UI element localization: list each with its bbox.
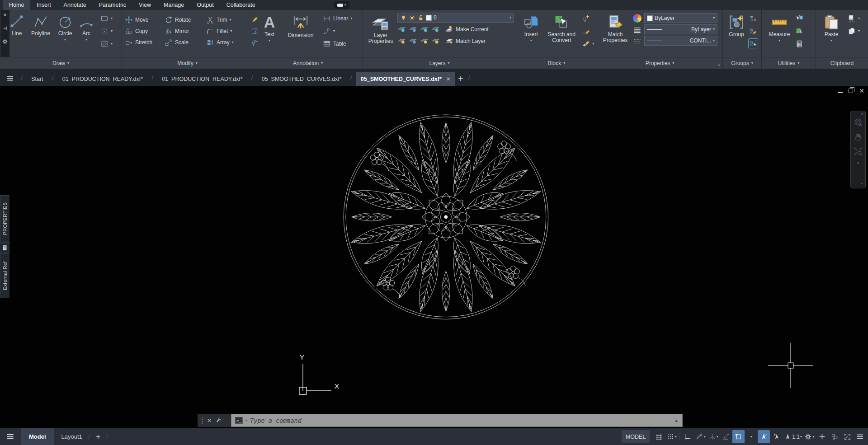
layer-lock-icon[interactable] [431, 25, 440, 33]
array-button[interactable]: Array▾ [205, 37, 250, 48]
customization-button[interactable] [854, 430, 866, 443]
copy-button[interactable]: Copy [124, 26, 164, 37]
pin-icon[interactable] [2, 25, 8, 31]
snap-mode-toggle[interactable]: ▾ [665, 430, 678, 443]
command-input[interactable]: >_ ▾ Type a command ▲ [231, 414, 683, 427]
object-snap-toggle[interactable] [732, 430, 745, 443]
object-color-dropdown[interactable]: ByLayer ▾ [644, 13, 717, 23]
panel-label-draw[interactable]: Draw▾ [0, 57, 122, 69]
linear-dimension-button[interactable]: Linear▾ [322, 13, 353, 24]
drawing-canvas[interactable]: ✕ ✕ ▾ − PROPERTIES External Ref Y X [0, 86, 868, 428]
panel-label-modify[interactable]: Modify▾ [122, 57, 253, 69]
layer-unisolate-icon[interactable] [409, 37, 417, 45]
layout1-tab[interactable]: Layout1 [59, 433, 85, 440]
mirror-button[interactable]: Mirror [164, 26, 205, 37]
leader-button[interactable]: ▾ [322, 26, 353, 37]
menu-tab-home[interactable]: Home [3, 0, 30, 10]
menu-tab-insert[interactable]: Insert [30, 0, 57, 10]
layer-thaw-all-icon[interactable] [420, 37, 429, 45]
navbar-collapse-icon[interactable]: − [860, 181, 863, 186]
polyline-button[interactable]: Polyline [28, 11, 53, 57]
panel-label-groups[interactable]: Groups▾ [723, 57, 761, 69]
circle-button[interactable]: Circle ▾ [54, 11, 76, 57]
zoom-extents-icon[interactable] [853, 146, 863, 156]
ungroup-button[interactable] [748, 13, 758, 24]
workspace-switching-button[interactable]: ▾ [803, 430, 816, 443]
properties-palette-tab[interactable]: PROPERTIES [0, 195, 9, 242]
model-space-button[interactable]: MODEL [622, 430, 650, 443]
rotate-button[interactable]: Rotate [164, 14, 205, 25]
wrench-icon[interactable] [215, 417, 222, 424]
quick-select-button[interactable] [794, 13, 804, 24]
isolate-objects-button[interactable] [829, 430, 841, 443]
file-tab[interactable]: 01_PRODUCTION_READY.dxf* [157, 72, 247, 86]
pan-hand-icon[interactable] [853, 132, 863, 142]
clean-screen-button[interactable] [841, 430, 854, 443]
create-block-button[interactable] [581, 13, 595, 24]
menu-tab-collaborate[interactable]: Collaborate [220, 0, 262, 10]
panel-label-utilities[interactable]: Utilities▾ [762, 57, 816, 69]
autoscale-toggle[interactable] [770, 430, 783, 443]
scale-button[interactable]: Scale [164, 37, 205, 48]
match-properties-button[interactable]: Match Properties [601, 11, 630, 57]
file-tab[interactable]: 05_SMOOTHED_CURVES.dxf* [257, 72, 346, 86]
text-button[interactable]: A Text ▾ [258, 11, 281, 57]
linetype-dropdown[interactable]: CONTI... ▾ [644, 36, 717, 46]
caret-down-icon[interactable]: ▾ [857, 161, 859, 165]
rectangle-button[interactable]: ▾ [99, 13, 113, 24]
edit-block-button[interactable] [581, 26, 595, 37]
group-edit-button[interactable] [748, 26, 758, 37]
object-snap-tracking-toggle[interactable] [720, 430, 732, 443]
command-history-icon[interactable]: ▲ [674, 418, 679, 423]
close-icon[interactable]: ✕ [859, 89, 864, 93]
menu-tab-manage[interactable]: Manage [157, 0, 190, 10]
layer-isolate-icon[interactable] [409, 25, 417, 33]
annotation-visibility-toggle[interactable] [758, 430, 770, 443]
close-tab-icon[interactable]: ✕ [446, 76, 451, 82]
arc-button[interactable]: Arc ▾ [77, 11, 96, 57]
isometric-drafting-toggle[interactable]: ▾ [707, 430, 719, 443]
gear-icon[interactable] [2, 38, 8, 45]
file-tab[interactable]: 01_PRODUCTION_READY.dxf* [58, 72, 147, 86]
panel-expander-icon[interactable]: ↘ [717, 62, 720, 67]
grid-display-toggle[interactable] [653, 430, 665, 443]
palette-icon[interactable] [0, 242, 9, 253]
navbar-close-icon[interactable]: ✕ [860, 112, 864, 116]
close-icon[interactable]: ✕ [207, 417, 212, 424]
fillet-button[interactable]: Fillet▾ [205, 26, 250, 37]
dimension-button[interactable]: Dimension [282, 11, 319, 57]
panel-label-properties[interactable]: Properties▾↘ [597, 57, 722, 69]
group-selection-toggle[interactable] [748, 38, 758, 48]
move-button[interactable]: Move [124, 14, 164, 25]
layer-properties-button[interactable]: Layer Properties [365, 11, 396, 57]
layer-on-all-icon[interactable] [397, 37, 406, 45]
measure-button[interactable]: Measure ▾ [765, 11, 793, 57]
layout-menu-icon[interactable] [6, 432, 14, 441]
cut-button[interactable]: ▾ [847, 13, 861, 24]
edit-attributes-button[interactable]: ▾ [581, 38, 595, 49]
file-tab-menu-icon[interactable] [6, 75, 14, 82]
command-bar-grip[interactable]: ✕ [198, 414, 231, 427]
panel-label-annotation[interactable]: Annotation▾ [253, 57, 363, 69]
lineweight-dropdown[interactable]: ByLayer ▾ [644, 24, 717, 34]
layer-unlock-all-icon[interactable] [431, 37, 440, 45]
quick-calculator-button[interactable] [794, 38, 804, 49]
mark-position-button[interactable] [794, 26, 804, 37]
linetype-icon[interactable] [633, 37, 642, 46]
panel-label-layers[interactable]: Layers▾ [363, 57, 516, 69]
panel-label-block[interactable]: Block▾ [516, 57, 597, 69]
new-layout-button[interactable]: + [93, 432, 103, 441]
annotation-monitor-button[interactable] [816, 430, 828, 443]
close-icon[interactable]: ✕ [3, 12, 7, 18]
copy-clip-button[interactable]: ▾ [847, 26, 861, 37]
layer-off-icon[interactable] [397, 25, 406, 33]
menu-tab-annotate[interactable]: Annotate [57, 0, 93, 10]
search-convert-button[interactable]: Search and Convert [543, 11, 580, 57]
lineweight-icon[interactable] [633, 26, 642, 34]
menu-tab-parametric[interactable]: Parametric [93, 0, 132, 10]
object-snap-menu[interactable]: ▾ [745, 430, 757, 443]
steering-wheel-icon[interactable] [853, 117, 863, 127]
layer-dropdown[interactable]: 0 ▾ [397, 13, 514, 23]
trim-button[interactable]: Trim▾ [205, 14, 250, 25]
annotation-scale-button[interactable]: 1:1▾ [783, 430, 803, 443]
